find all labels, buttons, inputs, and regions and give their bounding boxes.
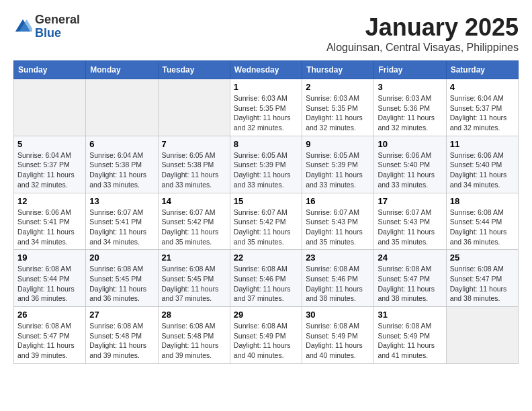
calendar-table: SundayMondayTuesdayWednesdayThursdayFrid…	[13, 60, 519, 364]
calendar-day-cell: 16Sunrise: 6:07 AM Sunset: 5:43 PM Dayli…	[302, 193, 374, 250]
day-info: Sunrise: 6:07 AM Sunset: 5:42 PM Dayligh…	[234, 208, 298, 247]
calendar-day-cell: 5Sunrise: 6:04 AM Sunset: 5:37 PM Daylig…	[14, 136, 86, 193]
day-number: 29	[234, 310, 298, 320]
day-info: Sunrise: 6:08 AM Sunset: 5:44 PM Dayligh…	[450, 208, 515, 247]
weekday-header-row: SundayMondayTuesdayWednesdayThursdayFrid…	[14, 61, 519, 79]
day-info: Sunrise: 6:04 AM Sunset: 5:37 PM Dayligh…	[17, 150, 82, 190]
day-number: 28	[162, 310, 226, 320]
calendar-day-cell: 18Sunrise: 6:08 AM Sunset: 5:44 PM Dayli…	[446, 193, 518, 250]
calendar-day-cell: 1Sunrise: 6:03 AM Sunset: 5:35 PM Daylig…	[230, 79, 302, 136]
calendar-day-cell: 8Sunrise: 6:05 AM Sunset: 5:39 PM Daylig…	[230, 136, 302, 193]
calendar-day-cell: 15Sunrise: 6:07 AM Sunset: 5:42 PM Dayli…	[230, 193, 302, 250]
calendar-day-cell: 4Sunrise: 6:04 AM Sunset: 5:37 PM Daylig…	[446, 79, 518, 136]
calendar-week-row: 5Sunrise: 6:04 AM Sunset: 5:37 PM Daylig…	[14, 136, 519, 193]
calendar-day-cell: 22Sunrise: 6:08 AM Sunset: 5:46 PM Dayli…	[230, 250, 302, 307]
logo-blue-text: Blue	[35, 26, 61, 40]
weekday-header-saturday: Saturday	[446, 61, 518, 79]
day-number: 6	[89, 139, 154, 149]
day-info: Sunrise: 6:06 AM Sunset: 5:40 PM Dayligh…	[450, 150, 515, 190]
calendar-day-cell: 29Sunrise: 6:08 AM Sunset: 5:49 PM Dayli…	[230, 307, 302, 364]
weekday-header-tuesday: Tuesday	[158, 61, 230, 79]
day-number: 23	[306, 253, 370, 263]
day-number: 1	[234, 82, 298, 92]
calendar-day-cell: 9Sunrise: 6:05 AM Sunset: 5:39 PM Daylig…	[302, 136, 374, 193]
logo-general-text: General	[35, 13, 80, 26]
day-info: Sunrise: 6:03 AM Sunset: 5:35 PM Dayligh…	[306, 93, 370, 133]
weekday-header-wednesday: Wednesday	[230, 61, 302, 79]
logo: General Blue	[13, 13, 80, 40]
day-number: 24	[378, 253, 442, 263]
day-info: Sunrise: 6:05 AM Sunset: 5:39 PM Dayligh…	[234, 150, 298, 190]
calendar-day-cell: 14Sunrise: 6:07 AM Sunset: 5:42 PM Dayli…	[158, 193, 230, 250]
location-title: Aloguinsan, Central Visayas, Philippines	[326, 42, 519, 54]
day-info: Sunrise: 6:08 AM Sunset: 5:49 PM Dayligh…	[378, 321, 442, 361]
day-number: 20	[89, 253, 154, 263]
weekday-header-thursday: Thursday	[302, 61, 374, 79]
calendar-week-row: 26Sunrise: 6:08 AM Sunset: 5:47 PM Dayli…	[14, 307, 519, 364]
month-title: January 2025	[326, 13, 519, 42]
calendar-day-cell	[14, 79, 86, 136]
day-info: Sunrise: 6:03 AM Sunset: 5:36 PM Dayligh…	[378, 93, 442, 133]
calendar-day-cell: 30Sunrise: 6:08 AM Sunset: 5:49 PM Dayli…	[302, 307, 374, 364]
day-info: Sunrise: 6:08 AM Sunset: 5:47 PM Dayligh…	[450, 264, 515, 304]
day-info: Sunrise: 6:08 AM Sunset: 5:47 PM Dayligh…	[378, 264, 442, 304]
day-info: Sunrise: 6:08 AM Sunset: 5:46 PM Dayligh…	[306, 264, 370, 304]
calendar-day-cell: 19Sunrise: 6:08 AM Sunset: 5:44 PM Dayli…	[14, 250, 86, 307]
calendar-day-cell: 13Sunrise: 6:07 AM Sunset: 5:41 PM Dayli…	[86, 193, 158, 250]
calendar-day-cell: 2Sunrise: 6:03 AM Sunset: 5:35 PM Daylig…	[302, 79, 374, 136]
day-info: Sunrise: 6:03 AM Sunset: 5:35 PM Dayligh…	[234, 93, 298, 133]
day-number: 21	[162, 253, 226, 263]
day-number: 5	[17, 139, 82, 149]
weekday-header-sunday: Sunday	[14, 61, 86, 79]
calendar-day-cell: 24Sunrise: 6:08 AM Sunset: 5:47 PM Dayli…	[374, 250, 446, 307]
day-info: Sunrise: 6:07 AM Sunset: 5:42 PM Dayligh…	[162, 208, 226, 247]
day-info: Sunrise: 6:07 AM Sunset: 5:43 PM Dayligh…	[306, 208, 370, 247]
day-info: Sunrise: 6:07 AM Sunset: 5:41 PM Dayligh…	[89, 208, 154, 247]
calendar-week-row: 12Sunrise: 6:06 AM Sunset: 5:41 PM Dayli…	[14, 193, 519, 250]
day-info: Sunrise: 6:08 AM Sunset: 5:45 PM Dayligh…	[89, 264, 154, 304]
day-number: 18	[450, 196, 515, 206]
calendar-day-cell: 3Sunrise: 6:03 AM Sunset: 5:36 PM Daylig…	[374, 79, 446, 136]
day-info: Sunrise: 6:08 AM Sunset: 5:47 PM Dayligh…	[17, 321, 82, 361]
day-number: 31	[378, 310, 442, 320]
day-info: Sunrise: 6:08 AM Sunset: 5:48 PM Dayligh…	[162, 321, 226, 361]
calendar-day-cell: 25Sunrise: 6:08 AM Sunset: 5:47 PM Dayli…	[446, 250, 518, 307]
day-info: Sunrise: 6:08 AM Sunset: 5:49 PM Dayligh…	[234, 321, 298, 361]
day-number: 13	[89, 196, 154, 206]
day-number: 11	[450, 139, 515, 149]
calendar-day-cell	[158, 79, 230, 136]
day-info: Sunrise: 6:08 AM Sunset: 5:46 PM Dayligh…	[234, 264, 298, 304]
calendar-day-cell: 21Sunrise: 6:08 AM Sunset: 5:45 PM Dayli…	[158, 250, 230, 307]
day-number: 30	[306, 310, 370, 320]
day-number: 17	[378, 196, 442, 206]
day-info: Sunrise: 6:04 AM Sunset: 5:38 PM Dayligh…	[89, 150, 154, 190]
day-info: Sunrise: 6:06 AM Sunset: 5:40 PM Dayligh…	[378, 150, 442, 190]
day-number: 26	[17, 310, 82, 320]
day-number: 4	[450, 82, 515, 92]
day-info: Sunrise: 6:08 AM Sunset: 5:44 PM Dayligh…	[17, 264, 82, 304]
day-info: Sunrise: 6:05 AM Sunset: 5:39 PM Dayligh…	[306, 150, 370, 190]
day-number: 19	[17, 253, 82, 263]
day-number: 15	[234, 196, 298, 206]
day-number: 3	[378, 82, 442, 92]
weekday-header-monday: Monday	[86, 61, 158, 79]
day-number: 25	[450, 253, 515, 263]
calendar-day-cell	[446, 307, 518, 364]
day-number: 22	[234, 253, 298, 263]
calendar-day-cell: 11Sunrise: 6:06 AM Sunset: 5:40 PM Dayli…	[446, 136, 518, 193]
day-info: Sunrise: 6:08 AM Sunset: 5:45 PM Dayligh…	[162, 264, 226, 304]
day-number: 2	[306, 82, 370, 92]
calendar-day-cell: 31Sunrise: 6:08 AM Sunset: 5:49 PM Dayli…	[374, 307, 446, 364]
day-info: Sunrise: 6:05 AM Sunset: 5:38 PM Dayligh…	[162, 150, 226, 190]
header: General Blue January 2025 Aloguinsan, Ce…	[13, 13, 519, 54]
day-info: Sunrise: 6:07 AM Sunset: 5:43 PM Dayligh…	[378, 208, 442, 247]
calendar-day-cell: 17Sunrise: 6:07 AM Sunset: 5:43 PM Dayli…	[374, 193, 446, 250]
calendar-day-cell: 10Sunrise: 6:06 AM Sunset: 5:40 PM Dayli…	[374, 136, 446, 193]
day-number: 12	[17, 196, 82, 206]
day-number: 8	[234, 139, 298, 149]
calendar-day-cell: 20Sunrise: 6:08 AM Sunset: 5:45 PM Dayli…	[86, 250, 158, 307]
calendar-week-row: 19Sunrise: 6:08 AM Sunset: 5:44 PM Dayli…	[14, 250, 519, 307]
day-number: 7	[162, 139, 226, 149]
day-info: Sunrise: 6:08 AM Sunset: 5:49 PM Dayligh…	[306, 321, 370, 361]
day-number: 16	[306, 196, 370, 206]
